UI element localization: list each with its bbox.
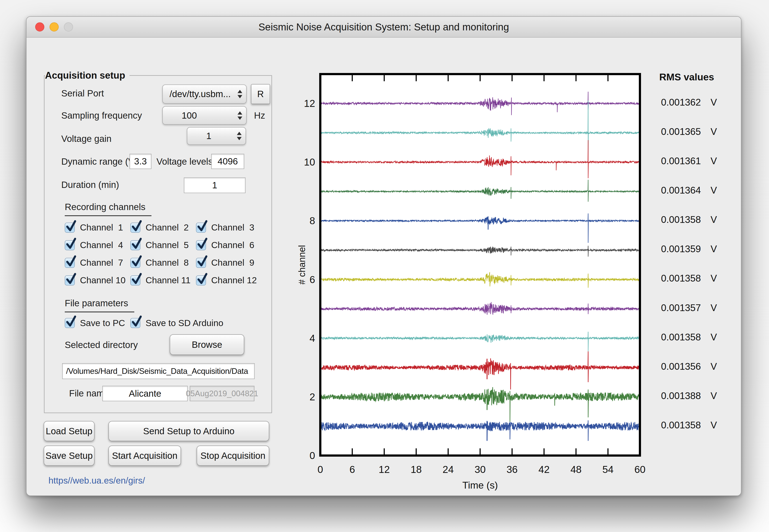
rms-unit: V (711, 332, 717, 343)
stepper-arrows-icon[interactable] (238, 90, 242, 98)
sampling-frequency-label: Sampling frequency (61, 110, 142, 121)
duration-field[interactable]: 1 (184, 177, 246, 193)
file-name-field[interactable]: Alicante (102, 386, 188, 401)
save-setup-button[interactable]: Save Setup (44, 446, 95, 466)
serial-port-dropdown[interactable]: /dev/tty.usbm... (162, 85, 247, 104)
load-setup-button[interactable]: Load Setup (44, 421, 95, 441)
start-acquisition-button[interactable]: Start Acquisition (108, 446, 181, 466)
stop-acquisition-button[interactable]: Stop Acquisition (197, 446, 269, 466)
rms-row: 0.001365V (654, 126, 746, 139)
voltage-levels-field[interactable]: 4096 (211, 154, 244, 169)
channel-label: Channel 12 (211, 275, 257, 285)
svg-text:Time (s): Time (s) (462, 480, 498, 491)
checkbox-checked-icon[interactable] (196, 275, 206, 285)
voltage-gain-dropdown[interactable]: 1 (187, 127, 246, 145)
svg-text:12: 12 (379, 464, 390, 475)
channel-label: Channel 1 (80, 222, 123, 233)
rms-value: 0.001358 (661, 214, 701, 225)
recording-channels-heading: Recording channels (65, 202, 151, 216)
channel-checkbox-item[interactable]: Channel 4 (65, 240, 130, 250)
checkbox-checked-icon[interactable] (65, 275, 75, 285)
svg-text:2: 2 (309, 391, 315, 403)
rms-value: 0.001365 (661, 126, 701, 137)
channel-checkbox-item[interactable]: Channel 11 (130, 275, 196, 285)
svg-text:4: 4 (309, 333, 315, 344)
rms-row: 0.001359V (654, 244, 746, 257)
svg-text:12: 12 (304, 98, 315, 109)
seismic-plot: 06121824303642485460024681012Time (s)# c… (294, 56, 659, 503)
channel-checkbox-item[interactable]: Channel 9 (196, 258, 265, 268)
rms-unit: V (711, 97, 717, 108)
rms-unit: V (711, 126, 717, 137)
voltage-gain-value: 1 (206, 131, 211, 141)
checkbox-checked-icon[interactable] (65, 318, 75, 328)
channel-label: Channel 10 (80, 275, 126, 285)
directory-path-field[interactable]: /Volumes/Hard_Disk/Seismic_Data_Acquisit… (62, 363, 255, 379)
sampling-frequency-value: 100 (182, 110, 197, 121)
dynamic-range-field[interactable]: 3.3 (130, 154, 151, 169)
rms-unit: V (711, 244, 717, 254)
send-setup-button[interactable]: Send Setup to Arduino (108, 421, 269, 441)
svg-text:6: 6 (309, 274, 315, 285)
channel-label: Channel 2 (146, 222, 189, 233)
checkbox-checked-icon[interactable] (130, 275, 140, 285)
checkbox-checked-icon[interactable] (196, 240, 206, 250)
checkbox-checked-icon[interactable] (196, 258, 206, 268)
svg-text:8: 8 (309, 215, 315, 226)
rms-unit: V (711, 156, 717, 166)
desktop-background: Seismic Noise Acquisition System: Setup … (0, 0, 769, 532)
sampling-frequency-dropdown[interactable]: 100 (162, 106, 247, 125)
checkbox-checked-icon[interactable] (130, 240, 140, 250)
save-to-pc-checkbox[interactable]: Save to PC (65, 317, 125, 329)
channel-checkbox-item[interactable]: Channel 1 (65, 222, 130, 233)
file-parameters-heading-wrap: File parameters (65, 298, 134, 312)
voltage-levels-label: Voltage levels: (156, 156, 215, 167)
save-to-sd-checkbox[interactable]: Save to SD Arduino (130, 317, 223, 329)
checkbox-checked-icon[interactable] (65, 223, 75, 233)
checkbox-checked-icon[interactable] (130, 258, 140, 268)
refresh-ports-button[interactable]: R (251, 84, 270, 104)
file-name-suffix-field: 05Aug2019_004821 (190, 386, 254, 401)
channel-checkbox-item[interactable]: Channel 6 (196, 240, 265, 250)
window-title: Seismic Noise Acquisition System: Setup … (27, 21, 741, 33)
rms-unit: V (711, 361, 717, 372)
channel-checkbox-item[interactable]: Channel 2 (130, 222, 196, 233)
checkbox-checked-icon[interactable] (65, 258, 75, 268)
rms-row: 0.001388V (654, 390, 746, 403)
channel-label: Channel 4 (80, 240, 123, 250)
sampling-frequency-unit: Hz (254, 110, 265, 121)
rms-value: 0.001358 (661, 332, 701, 343)
stepper-arrows-icon[interactable] (238, 111, 242, 120)
checkbox-checked-icon[interactable] (196, 223, 206, 233)
save-to-sd-label: Save to SD Arduino (146, 318, 223, 328)
rms-row: 0.001358V (654, 273, 746, 286)
rms-row: 0.001356V (654, 361, 746, 374)
channel-label: Channel 7 (80, 258, 123, 268)
checkbox-checked-icon[interactable] (130, 223, 140, 233)
serial-port-value: /dev/tty.usbm... (169, 89, 231, 99)
window-titlebar[interactable]: Seismic Noise Acquisition System: Setup … (27, 17, 741, 38)
rms-row: 0.001358V (654, 214, 746, 227)
checkbox-checked-icon[interactable] (130, 318, 140, 328)
save-to-pc-label: Save to PC (80, 318, 125, 328)
channel-checkbox-item[interactable]: Channel 5 (130, 240, 196, 250)
channel-checkbox-item[interactable]: Channel 7 (65, 258, 130, 268)
website-link[interactable]: https//web.ua.es/en/girs/ (48, 476, 145, 486)
svg-text:# channel: # channel (297, 245, 307, 285)
channel-label: Channel 3 (211, 222, 254, 233)
svg-text:6: 6 (349, 464, 355, 475)
rms-value: 0.001361 (661, 156, 701, 166)
rms-value: 0.001359 (661, 244, 701, 254)
channel-checkbox-item[interactable]: Channel 10 (65, 275, 130, 285)
channel-checkbox-item[interactable]: Channel 8 (130, 258, 196, 268)
channel-checkbox-item[interactable]: Channel 3 (196, 222, 265, 233)
channel-checkbox-item[interactable]: Channel 12 (196, 275, 265, 285)
recording-channels-heading-wrap: Recording channels (65, 202, 151, 216)
checkbox-checked-icon[interactable] (65, 240, 75, 250)
browse-button[interactable]: Browse (170, 334, 244, 355)
rms-value: 0.001356 (661, 361, 701, 372)
rms-unit: V (711, 214, 717, 225)
svg-text:30: 30 (475, 464, 486, 475)
stepper-arrows-icon[interactable] (237, 132, 242, 140)
svg-text:10: 10 (304, 156, 315, 168)
